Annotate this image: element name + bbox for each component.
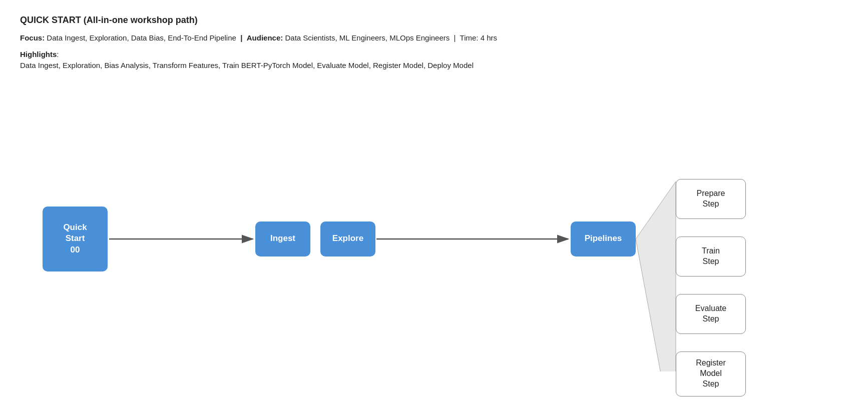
highlights-section: Highlights: Data Ingest, Exploration, Bi… <box>20 49 848 72</box>
evaluate-step-label: EvaluateStep <box>695 304 726 324</box>
explore-label: Explore <box>332 233 363 244</box>
quick-start-node: QuickStart00 <box>43 206 108 272</box>
header-section: QUICK START (All-in-one workshop path) F… <box>20 15 848 72</box>
pipe-separator: | <box>240 34 242 42</box>
fan-shape <box>636 182 676 372</box>
time-content: Time: 4 hrs <box>460 34 497 42</box>
highlights-content: Data Ingest, Exploration, Bias Analysis,… <box>20 61 474 70</box>
prepare-step-label: PrepareStep <box>697 188 725 210</box>
register-model-step-node: RegisterModelStep <box>676 352 746 396</box>
focus-content: Data Ingest, Exploration, Data Bias, End… <box>47 34 236 42</box>
diagram-area: QuickStart00 Ingest Explore Pipelines Pr… <box>20 82 848 372</box>
prepare-step-node: PrepareStep <box>676 179 746 219</box>
pipelines-label: Pipelines <box>585 233 622 244</box>
focus-label: Focus: <box>20 34 45 42</box>
audience-content: Data Scientists, ML Engineers, MLOps Eng… <box>285 34 450 42</box>
audience-label: Audience: <box>247 34 283 42</box>
focus-line: Focus: Data Ingest, Exploration, Data Bi… <box>20 32 848 44</box>
evaluate-step-node: EvaluateStep <box>676 294 746 334</box>
ingest-label: Ingest <box>270 233 295 244</box>
train-step-node: TrainStep <box>676 236 746 276</box>
train-step-label: TrainStep <box>702 246 720 267</box>
register-model-step-label: RegisterModelStep <box>696 358 726 389</box>
ingest-node: Ingest <box>255 222 310 256</box>
explore-node: Explore <box>320 222 375 256</box>
quick-start-label: QuickStart00 <box>63 222 87 255</box>
pipelines-node: Pipelines <box>571 222 636 256</box>
page-title: QUICK START (All-in-one workshop path) <box>20 15 848 26</box>
highlights-label: Highlights <box>20 50 57 58</box>
